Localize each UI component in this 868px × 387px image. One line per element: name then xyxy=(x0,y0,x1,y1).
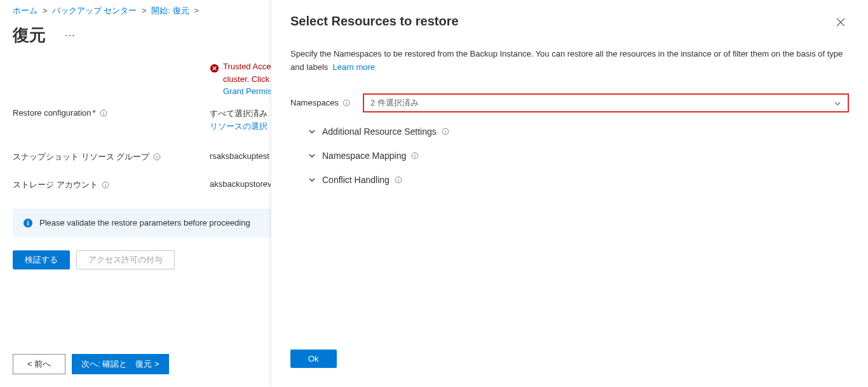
snapshot-rg-value: rsaksbackuptest xyxy=(210,151,269,161)
grant-access-button: アクセス許可の付与 xyxy=(76,250,175,269)
resource-selection-link[interactable]: リソースの選択 xyxy=(210,121,268,132)
namespaces-dropdown-text: 2 件選択済み xyxy=(370,97,419,109)
ok-button[interactable]: Ok xyxy=(290,350,337,368)
svg-text:i: i xyxy=(156,154,158,160)
svg-text:i: i xyxy=(103,111,104,116)
breadcrumb-sep: > xyxy=(43,6,48,15)
more-menu-icon[interactable]: ⋯ xyxy=(65,29,75,41)
svg-text:i: i xyxy=(346,100,347,106)
svg-text:i: i xyxy=(414,153,416,159)
info-icon[interactable]: i xyxy=(100,108,107,117)
info-icon[interactable]: i xyxy=(102,180,109,189)
expander-label: Namespace Mapping xyxy=(322,151,406,161)
info-icon[interactable]: i xyxy=(395,175,402,184)
error-text-2: cluster. Click e xyxy=(223,73,276,86)
info-icon: i xyxy=(23,217,33,229)
chevron-down-icon xyxy=(308,127,316,136)
snapshot-rg-label: スナップショット リソース グループ i xyxy=(13,151,210,163)
svg-text:i: i xyxy=(398,177,399,183)
storage-value: aksbackupstorev1 xyxy=(210,179,276,189)
info-banner-text: Please validate the restore parameters b… xyxy=(39,218,250,227)
breadcrumb-sep: > xyxy=(194,6,199,15)
svg-text:i: i xyxy=(445,129,446,135)
restore-config-label: Restore configuration * i xyxy=(13,108,210,118)
additional-resource-settings-expander[interactable]: Additional Resource Settings i xyxy=(290,126,849,137)
info-icon[interactable]: i xyxy=(411,151,419,160)
chevron-down-icon xyxy=(834,98,841,107)
breadcrumb-sep: > xyxy=(142,6,147,15)
select-resources-panel: Select Resources to restore Specify the … xyxy=(271,0,868,387)
error-text-1: Trusted Acces xyxy=(223,60,276,73)
chevron-down-icon xyxy=(308,151,316,160)
back-button[interactable]: < 前へ xyxy=(13,354,65,374)
panel-description: Specify the Namespaces to be restored fr… xyxy=(290,48,849,74)
page-title: 復元 xyxy=(13,24,46,46)
info-icon[interactable]: i xyxy=(153,153,161,161)
restore-config-value: すべて選択済み xyxy=(210,108,268,119)
svg-text:i: i xyxy=(105,182,106,188)
error-icon xyxy=(210,60,219,75)
expander-label: Additional Resource Settings xyxy=(322,126,437,137)
svg-text:i: i xyxy=(27,219,29,227)
info-icon[interactable]: i xyxy=(342,98,350,107)
validate-button[interactable]: 検証する xyxy=(13,250,70,269)
breadcrumb-backup-center[interactable]: バックアップ センター xyxy=(52,6,137,15)
grant-permissions-link[interactable]: Grant Permiss xyxy=(223,86,276,96)
panel-title: Select Resources to restore xyxy=(290,14,459,29)
expander-label: Conflict Handling xyxy=(322,175,390,185)
info-icon[interactable]: i xyxy=(442,127,449,136)
conflict-handling-expander[interactable]: Conflict Handling i xyxy=(290,175,849,185)
next-button[interactable]: 次へ: 確認と 復元 > xyxy=(72,354,168,374)
namespaces-dropdown[interactable]: 2 件選択済み xyxy=(363,93,849,112)
storage-label: ストレージ アカウント i xyxy=(13,179,210,191)
breadcrumb-start-restore[interactable]: 開始: 復元 xyxy=(151,6,189,15)
breadcrumb-home[interactable]: ホーム xyxy=(13,6,37,15)
namespace-mapping-expander[interactable]: Namespace Mapping i xyxy=(290,151,849,161)
close-icon[interactable] xyxy=(832,14,849,30)
learn-more-link[interactable]: Learn more xyxy=(333,62,375,72)
chevron-down-icon xyxy=(308,175,316,184)
namespaces-label: Namespaces i xyxy=(290,98,363,107)
